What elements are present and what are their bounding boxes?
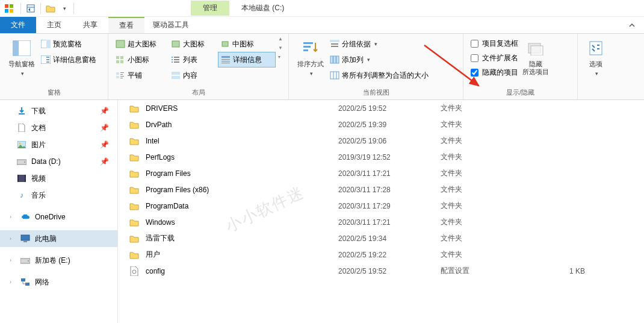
table-row[interactable]: 用户2020/2/5 19:22文件夹 (118, 246, 644, 263)
svg-rect-7 (13, 40, 19, 56)
layout-expand[interactable]: ▾ (278, 54, 283, 60)
svg-rect-15 (116, 56, 119, 59)
tab-share[interactable]: 共享 (72, 17, 108, 33)
nav-downloads[interactable]: 下载📌 (0, 102, 117, 119)
sort-label: 排序方式 (297, 60, 324, 68)
table-row[interactable]: DRIVERS2020/2/5 19:52文件夹 (118, 100, 644, 116)
pin-icon: 📌 (100, 140, 109, 149)
expand-icon[interactable]: › (10, 279, 16, 285)
svg-rect-22 (116, 76, 119, 78)
content-icon (171, 71, 181, 80)
table-row[interactable]: Intel2020/2/5 19:06文件夹 (118, 133, 644, 149)
group-by-icon (330, 39, 339, 49)
medium-icon (220, 39, 230, 49)
svg-rect-59 (17, 175, 26, 182)
navigation-pane[interactable]: 下载📌 文档📌 图片📌 Data (D:)📌 视频 ♪音乐 ›OneDrive … (0, 100, 118, 323)
layout-large[interactable]: 大图标 (169, 36, 218, 52)
table-row[interactable]: 迅雷下载2020/2/5 19:34文件夹 (118, 230, 644, 246)
expand-icon[interactable]: › (10, 257, 16, 263)
cell-size: 1 KB (537, 267, 585, 275)
options-button[interactable]: 选项 ▾ (583, 36, 609, 79)
nav-pane-button[interactable]: 导航窗格 ▾ (5, 36, 39, 79)
table-row[interactable]: ProgramData2020/3/11 17:29文件夹 (118, 198, 644, 214)
svg-rect-38 (221, 63, 230, 63)
nav-videos[interactable]: 视频 (0, 170, 117, 187)
svg-rect-1 (10, 4, 13, 8)
svg-rect-29 (174, 59, 179, 60)
tab-drive-tools[interactable]: 驱动器工具 (144, 17, 197, 33)
qat-folder-icon[interactable] (45, 2, 57, 14)
preview-pane-button[interactable]: 预览窗格 (39, 36, 99, 52)
group-by-button[interactable]: 分组依据▾ (327, 36, 431, 52)
cell-type: 文件夹 (441, 152, 537, 162)
nav-music[interactable]: ♪音乐 (0, 187, 117, 204)
nav-documents[interactable]: 文档📌 (0, 119, 117, 136)
layout-small[interactable]: 小图标 (113, 52, 169, 67)
autosize-columns-button[interactable]: 将所有列调整为合适的大小 (327, 67, 431, 83)
nav-pictures[interactable]: 图片📌 (0, 136, 117, 153)
cell-name: 迅雷下载 (146, 233, 338, 243)
expand-icon[interactable]: › (10, 236, 16, 242)
tab-view[interactable]: 查看 (108, 17, 144, 33)
folder-icon (129, 136, 140, 146)
options-icon (586, 39, 605, 58)
layout-list[interactable]: 列表 (169, 52, 218, 67)
nav-network[interactable]: ›网络 (0, 274, 117, 290)
nav-new-volume-e[interactable]: ›新加卷 (E:) (0, 252, 117, 269)
layout-details[interactable]: 详细信息 (218, 52, 276, 67)
svg-rect-52 (531, 46, 543, 55)
qat-properties-icon[interactable] (25, 2, 37, 14)
ribbon-collapse-button[interactable] (620, 17, 644, 33)
layout-xlarge[interactable]: 超大图标 (113, 36, 169, 52)
cell-date: 2020/3/11 17:29 (338, 202, 441, 210)
svg-rect-43 (331, 43, 338, 45)
layout-scroll-down[interactable]: ▼ (278, 45, 283, 51)
add-columns-button[interactable]: 添加列▾ (327, 52, 431, 67)
cell-name: Windows (146, 218, 338, 227)
nav-onedrive[interactable]: ›OneDrive (0, 209, 117, 225)
expand-icon[interactable]: › (10, 214, 16, 220)
table-row[interactable]: PerfLogs2019/3/19 12:52文件夹 (118, 149, 644, 165)
checkbox-item-checkboxes[interactable]: 项目复选框 (468, 36, 521, 51)
table-row[interactable]: config2020/2/5 19:52配置设置1 KB (118, 263, 644, 279)
svg-rect-28 (172, 59, 173, 60)
network-icon (20, 277, 30, 287)
table-row[interactable]: DrvPath2020/2/5 19:39文件夹 (118, 116, 644, 133)
hide-selected-button[interactable]: 隐藏 所选项目 (521, 36, 551, 78)
cell-name: ProgramData (146, 202, 338, 210)
table-row[interactable]: Program Files2020/3/11 17:21文件夹 (118, 165, 644, 181)
folder-icon (129, 119, 140, 130)
nav-data-d[interactable]: Data (D:)📌 (0, 153, 117, 170)
layout-medium[interactable]: 中图标 (218, 36, 276, 52)
svg-rect-26 (172, 57, 173, 58)
video-icon (17, 174, 26, 183)
svg-rect-31 (174, 61, 179, 63)
picture-icon (17, 140, 26, 149)
ribbon: 导航窗格 ▾ 预览窗格 详细信息窗格 窗格 超大图标 小图标 平铺 (0, 34, 644, 100)
nav-this-pc[interactable]: ›此电脑 (0, 230, 117, 247)
checkbox-hidden-items[interactable]: 隐藏的项目 (468, 65, 521, 80)
cell-type: 文件夹 (441, 233, 537, 243)
drive-icon (20, 256, 30, 265)
details-pane-button[interactable]: 详细信息窗格 (39, 52, 99, 67)
table-row[interactable]: Program Files (x86)2020/3/11 17:28文件夹 (118, 181, 644, 198)
layout-tiles[interactable]: 平铺 (113, 67, 169, 83)
svg-rect-61 (25, 175, 26, 182)
table-row[interactable]: Windows2020/3/11 17:21文件夹 (118, 214, 644, 230)
tab-home[interactable]: 主页 (36, 17, 72, 33)
group-show-hide: 项目复选框 文件扩展名 隐藏的项目 隐藏 所选项目 显示/隐藏 (463, 34, 578, 99)
layout-content[interactable]: 内容 (169, 67, 218, 83)
details-pane-icon (41, 55, 51, 64)
file-list[interactable]: DRIVERS2020/2/5 19:52文件夹DrvPath2020/2/5 … (118, 100, 644, 323)
sort-button[interactable]: 排序方式 ▾ (294, 36, 327, 79)
hide-selected-icon (526, 39, 545, 58)
chevron-down-icon: ▾ (595, 71, 598, 77)
layout-scroll-up[interactable]: ▲ (278, 36, 283, 42)
qat-dropdown-icon[interactable]: ▾ (58, 2, 70, 14)
checkbox-file-ext[interactable]: 文件扩展名 (468, 51, 521, 65)
svg-rect-0 (5, 4, 8, 8)
tab-file[interactable]: 文件 (0, 17, 36, 33)
nav-pane-label: 导航窗格 (8, 60, 35, 68)
svg-rect-12 (46, 59, 49, 60)
autosize-icon (330, 71, 339, 80)
